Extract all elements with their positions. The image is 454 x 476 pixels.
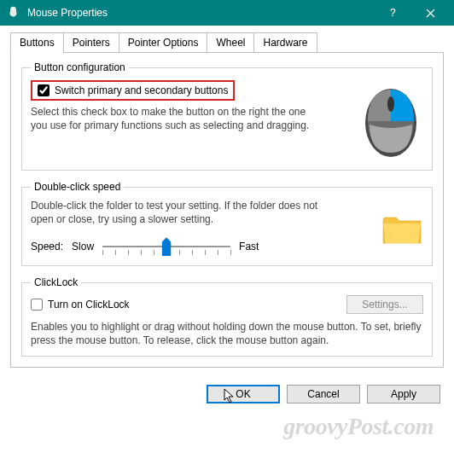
button-configuration-group: Button configuration Switch primary and … [21, 61, 433, 171]
tab-pointer-options[interactable]: Pointer Options [119, 32, 208, 53]
clicklock-description: Enables you to highlight or drag without… [31, 321, 423, 347]
clicklock-settings-button: Settings... [346, 295, 423, 314]
tab-strip: Buttons Pointers Pointer Options Wheel H… [10, 32, 444, 53]
clicklock-label: Turn on ClickLock [48, 299, 130, 311]
apply-button[interactable]: Apply [367, 385, 440, 403]
ok-button[interactable]: OK [207, 385, 280, 403]
switch-buttons-label: Switch primary and secondary buttons [55, 84, 228, 96]
dialog-footer: OK Cancel Apply [0, 378, 454, 410]
tab-buttons[interactable]: Buttons [10, 32, 64, 53]
svg-point-4 [387, 96, 394, 112]
window-title: Mouse Properties [27, 7, 374, 19]
speed-slow-label: Slow [72, 241, 94, 253]
speed-fast-label: Fast [239, 241, 259, 253]
button-config-description: Select this check box to make the button… [31, 106, 321, 132]
speed-slider[interactable] [102, 236, 230, 257]
clicklock-legend: ClickLock [31, 276, 81, 288]
help-button[interactable]: ? [374, 0, 411, 26]
content-area: Buttons Pointers Pointer Options Wheel H… [0, 26, 454, 378]
switch-buttons-checkbox[interactable] [38, 84, 49, 96]
close-button[interactable] [411, 0, 449, 26]
tab-pointers[interactable]: Pointers [63, 32, 119, 53]
double-click-group: Double-click speed Double-click the fold… [21, 181, 433, 266]
button-configuration-legend: Button configuration [31, 61, 129, 73]
speed-label: Speed: [31, 241, 63, 253]
tab-wheel[interactable]: Wheel [207, 32, 254, 53]
mouse-illustration-icon [359, 80, 423, 161]
double-click-legend: Double-click speed [31, 181, 124, 193]
mouse-icon [7, 6, 20, 20]
titlebar: Mouse Properties ? [0, 0, 454, 26]
folder-test-icon[interactable] [381, 211, 423, 247]
tab-panel-buttons: Button configuration Switch primary and … [10, 52, 444, 368]
clicklock-group: ClickLock Turn on ClickLock Settings... … [21, 276, 433, 357]
speed-slider-thumb[interactable] [162, 237, 172, 256]
tab-hardware[interactable]: Hardware [253, 32, 317, 53]
clicklock-checkbox[interactable] [31, 299, 43, 311]
double-click-description: Double-click the folder to test your set… [31, 200, 321, 226]
switch-buttons-highlight: Switch primary and secondary buttons [31, 80, 235, 101]
svg-text:?: ? [390, 8, 396, 18]
cancel-button[interactable]: Cancel [287, 385, 360, 403]
watermark: groovyPost.com [283, 413, 434, 440]
